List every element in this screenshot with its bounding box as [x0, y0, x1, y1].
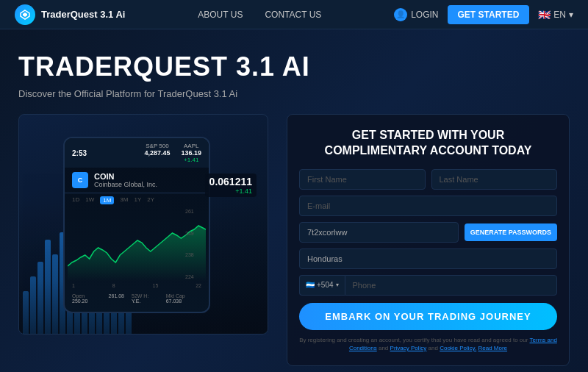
bar	[45, 240, 51, 335]
tf-1d[interactable]: 1D	[72, 196, 79, 204]
tf-2y[interactable]: 2Y	[147, 196, 154, 204]
nav-links: ABOUT US CONTACT US	[198, 10, 321, 20]
last-name-input[interactable]	[431, 169, 558, 190]
coin-icon: C	[72, 172, 88, 188]
coin-full-name: Coinbase Global, Inc.	[94, 181, 157, 188]
navbar: TraderQuest 3.1 Ai ABOUT US CONTACT US 👤…	[0, 0, 588, 29]
aapl-name: AAPL	[181, 143, 201, 149]
generate-password-button[interactable]: GENERATE PASSWORDS	[465, 223, 557, 241]
tf-3m[interactable]: 3M	[120, 196, 128, 204]
chart-area: 261 249 238 224	[68, 207, 206, 281]
logo-text: TraderQuest 3.1 Ai	[41, 9, 125, 20]
cookie-link[interactable]: Cookie Policy.	[440, 345, 476, 351]
hero-subtitle: Discover the Official Platform for Trade…	[18, 88, 570, 99]
phone-input[interactable]	[345, 275, 557, 296]
logo-icon	[15, 4, 35, 25]
stat-mktcap: Mkt Cap 67.038	[166, 293, 201, 304]
hero-title: TRADERQUEST 3.1 AI	[18, 51, 570, 82]
country-code-selector[interactable]: 🇭🇳 +504 ▾	[299, 275, 345, 296]
aapl-item: AAPL 136.19 +1.41	[181, 143, 201, 163]
coin-details: COIN Coinbase Global, Inc.	[94, 172, 157, 188]
name-row	[299, 169, 557, 190]
big-price: 0.061211	[209, 176, 252, 187]
tf-1w[interactable]: 1W	[85, 196, 94, 204]
coin-info: C COIN Coinbase Global, Inc.	[65, 168, 209, 193]
disclaimer: By registering and creating an account, …	[299, 336, 557, 352]
hero-section: TRADERQUEST 3.1 AI Discover the Official…	[0, 29, 588, 372]
stat-open: Open 250.20	[72, 293, 101, 304]
phone-screen: 2:53 S&P 500 4,287.45 AAPL 136.19 +1.41	[63, 137, 210, 313]
email-input[interactable]	[299, 196, 557, 216]
svg-marker-1	[23, 12, 27, 17]
flag-icon: 🇬🇧	[538, 9, 551, 21]
country-flag: 🇭🇳	[306, 281, 315, 289]
chart-labels: 261 249 238 224	[185, 207, 206, 281]
logo[interactable]: TraderQuest 3.1 Ai	[15, 4, 125, 25]
bar	[23, 291, 29, 335]
aapl-change: +1.41	[181, 157, 201, 163]
phone-top-bar: 2:53 S&P 500 4,287.45 AAPL 136.19 +1.41	[65, 138, 209, 168]
bar	[52, 254, 58, 335]
nav-right: 👤 LOGIN GET STARTED 🇬🇧 EN ▾	[394, 5, 573, 24]
tf-1m[interactable]: 1M	[100, 196, 114, 204]
coin-ticker: COIN	[94, 172, 157, 181]
login-button[interactable]: 👤 LOGIN	[394, 8, 438, 21]
password-row: GENERATE PASSWORDS	[299, 222, 557, 243]
stat-52wh: 52W H: Y.E.	[132, 293, 159, 304]
get-started-button[interactable]: GET STARTED	[448, 5, 530, 24]
login-label: LOGIN	[411, 10, 438, 20]
nav-contact[interactable]: CONTACT US	[265, 10, 321, 20]
x-label-22: 22	[196, 283, 201, 288]
x-label-1: 1	[72, 283, 75, 288]
login-icon: 👤	[394, 8, 407, 21]
x-label-15: 15	[153, 283, 159, 288]
chart-bottom: 1 8 15 22	[65, 281, 209, 290]
nav-about[interactable]: ABOUT US	[198, 10, 243, 20]
password-input[interactable]	[299, 222, 459, 243]
phone-row: 🇭🇳 +504 ▾	[299, 275, 557, 296]
y-label-249: 249	[185, 231, 206, 236]
phone-time: 2:53	[72, 149, 87, 157]
dial-code: +504	[317, 281, 334, 289]
dropdown-arrow: ▾	[336, 282, 339, 288]
stock-info: S&P 500 4,287.45 AAPL 136.19 +1.41	[144, 143, 201, 163]
form-title: GET STARTED WITH YOUR COMPLIMENTARY ACCO…	[299, 128, 557, 159]
big-price-display: 0.061211 +1.41	[205, 174, 257, 197]
country-input[interactable]	[299, 248, 557, 269]
hero-content: 2:53 S&P 500 4,287.45 AAPL 136.19 +1.41	[18, 114, 570, 366]
sp500-name: S&P 500	[144, 143, 170, 149]
y-label-261: 261	[185, 209, 206, 214]
tf-1y[interactable]: 1Y	[134, 196, 141, 204]
y-label-224: 224	[185, 274, 206, 279]
bar	[37, 262, 43, 335]
privacy-link[interactable]: Privacy Policy	[390, 345, 427, 351]
y-label-238: 238	[185, 252, 206, 257]
submit-button[interactable]: EMBARK ON YOUR TRADING JOURNEY	[299, 303, 557, 330]
stock-stats: Open 250.20 261.08 52W H: Y.E. Mkt Cap 6…	[65, 290, 209, 307]
email-row	[299, 196, 557, 216]
lang-label: EN	[553, 10, 566, 20]
chart-timeframes: 1D 1W 1M 3M 1Y 2Y	[65, 193, 209, 207]
x-label-8: 8	[112, 283, 115, 288]
sp500-price: 4,287.45	[144, 149, 170, 157]
aapl-price: 136.19	[181, 149, 201, 157]
first-name-input[interactable]	[299, 169, 426, 190]
phone-mockup: 2:53 S&P 500 4,287.45 AAPL 136.19 +1.41	[18, 114, 268, 335]
read-more-link[interactable]: Read More	[478, 345, 507, 351]
stat-vol: 261.08	[109, 293, 124, 304]
big-change: +1.41	[209, 187, 252, 195]
registration-form: GET STARTED WITH YOUR COMPLIMENTARY ACCO…	[287, 114, 570, 366]
chevron-down-icon: ▾	[569, 10, 573, 20]
language-selector[interactable]: 🇬🇧 EN ▾	[538, 9, 573, 21]
sp500-item: S&P 500 4,287.45	[144, 143, 170, 163]
bar	[30, 276, 36, 335]
